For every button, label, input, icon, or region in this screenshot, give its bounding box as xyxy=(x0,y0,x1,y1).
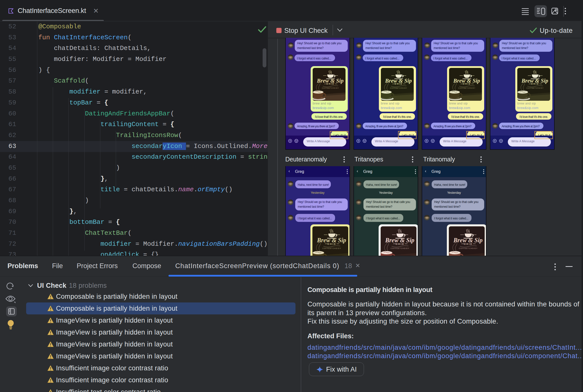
svg-text:OHID: OHID xyxy=(464,242,473,245)
svg-text:OHID: OHID xyxy=(327,242,336,245)
svg-text:COFFEETCHSIDY: COFFEETCHSIDY xyxy=(526,87,544,89)
svg-text:COFFEETCHSIDY: COFFEETCHSIDY xyxy=(459,248,478,249)
svg-text:OHID: OHID xyxy=(395,82,403,85)
svg-text:OHID: OHID xyxy=(531,82,539,85)
svg-text:COFFEETCHSIDY: COFFEETCHSIDY xyxy=(391,248,410,249)
svg-text:COFFEETCHSIDY: COFFEETCHSIDY xyxy=(322,87,339,89)
svg-text:COFFEETCHSIDY: COFFEETCHSIDY xyxy=(390,87,407,89)
svg-text:OHID: OHID xyxy=(326,82,335,85)
svg-text:COFFEETCHSIDY: COFFEETCHSIDY xyxy=(458,87,475,89)
svg-text:OHID: OHID xyxy=(463,82,471,85)
svg-text:COFFEETCHSIDY: COFFEETCHSIDY xyxy=(322,248,341,249)
svg-text:OHID: OHID xyxy=(396,242,405,245)
